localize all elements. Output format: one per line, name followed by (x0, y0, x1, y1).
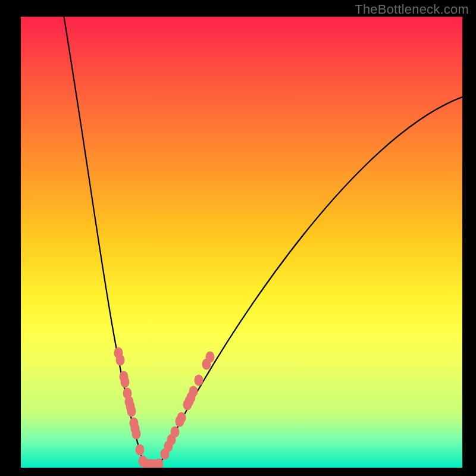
data-point (177, 412, 186, 424)
data-point (132, 428, 141, 440)
data-point (121, 377, 130, 388)
data-point (195, 375, 203, 386)
watermark-label: TheBottleneck.com (355, 2, 469, 17)
bottleneck-curve (62, 17, 462, 466)
data-point (116, 355, 125, 366)
data-point-group (114, 347, 215, 468)
data-point (136, 444, 145, 456)
data-point (206, 352, 215, 363)
data-point (127, 406, 136, 417)
bottleneck-curve-svg (21, 17, 462, 468)
plot-area (21, 17, 462, 468)
data-point (171, 427, 180, 438)
chart-frame: TheBottleneck.com (0, 0, 476, 476)
data-point (189, 386, 198, 397)
